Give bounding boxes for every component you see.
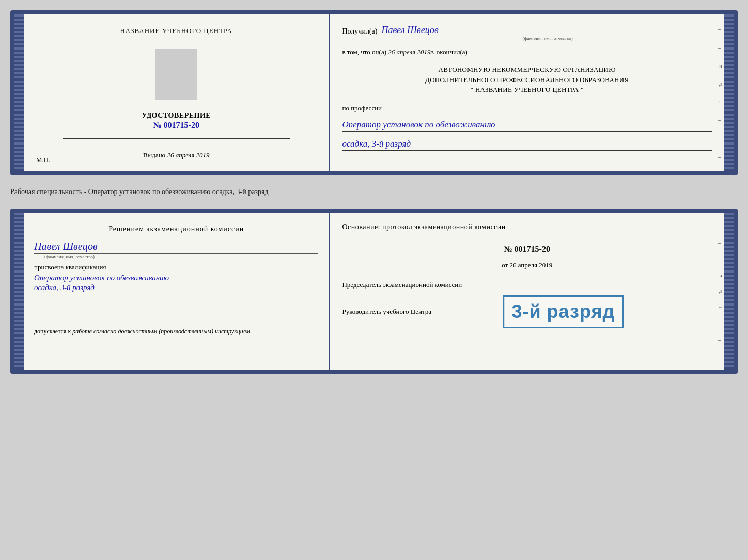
dopuskaetsya-row: допускается к работе согласно должностны… xyxy=(34,327,250,336)
bottom-document: Решением экзаменационной комиссии Павел … xyxy=(10,209,738,374)
org-block: АВТОНОМНУЮ НЕКОММЕРЧЕСКУЮ ОРГАНИЗАЦИЮ ДО… xyxy=(342,65,712,95)
vtom-date: 26 апреля 2019г. xyxy=(388,48,434,56)
stamp-text: 3-й разряд xyxy=(511,301,615,322)
bottom-doc-right: Основание: протокол экзаменационной коми… xyxy=(330,213,724,370)
vydano-label: Выдано xyxy=(143,151,165,159)
org-line1: АВТОНОМНУЮ НЕКОММЕРЧЕСКУЮ ОРГАНИЗАЦИЮ xyxy=(342,65,712,75)
ot-date-value: 26 апреля 2019 xyxy=(509,261,552,269)
udostoverenie-label: УДОСТОВЕРЕНИЕ xyxy=(142,111,211,120)
bottom-name: Павел Швецов xyxy=(34,241,318,254)
poluchil-label: Получил(а) xyxy=(342,27,377,36)
professiya-text: Оператор установок по обезвоживанию xyxy=(342,120,712,132)
spine-left xyxy=(14,14,24,171)
right-deco-bottom: – – – и ,а ← – – – xyxy=(717,213,724,370)
org-line3: " НАЗВАНИЕ УЧЕБНОГО ЦЕНТРА " xyxy=(342,85,712,95)
vtom-suffix: окончил(а) xyxy=(437,48,467,56)
dash: – xyxy=(708,25,712,34)
prisvoena-label: присвоена квалификация xyxy=(34,263,106,271)
page-wrapper: НАЗВАНИЕ УЧЕБНОГО ЦЕНТРА УДОСТОВЕРЕНИЕ №… xyxy=(10,10,738,374)
ot-date: от 26 апреля 2019 xyxy=(342,261,712,269)
poluchil-name: Павел Швецов xyxy=(381,25,438,36)
vtom-prefix: в том, что он(а) xyxy=(342,48,386,56)
center-title: НАЗВАНИЕ УЧЕБНОГО ЦЕНТРА xyxy=(120,27,232,35)
top-document: НАЗВАНИЕ УЧЕБНОГО ЦЕНТРА УДОСТОВЕРЕНИЕ №… xyxy=(10,10,738,175)
ot-prefix: от xyxy=(502,261,508,269)
top-doc-right: Получил(а) Павел Швецов – (фамилия, имя,… xyxy=(330,14,724,171)
bottom-spine-left xyxy=(14,213,24,370)
org-line2: ДОПОЛНИТЕЛЬНОГО ПРОФЕССИОНАЛЬНОГО ОБРАЗО… xyxy=(342,75,712,85)
bottom-doc-left: Решением экзаменационной комиссии Павел … xyxy=(24,213,330,370)
po-professii-label: по профессии xyxy=(342,104,712,113)
bottom-razryad: осадка, 3-й разряд xyxy=(34,283,95,292)
resheniem-title: Решением экзаменационной комиссии xyxy=(34,225,318,233)
dopuskaetsya-text: работе согласно должностным (производств… xyxy=(72,328,250,335)
right-deco: – – и ,а ← – – – xyxy=(717,14,724,171)
osnovanie-title: Основание: протокол экзаменационной коми… xyxy=(342,223,712,231)
spine-right xyxy=(724,14,734,171)
bottom-professiya: Оператор установок по обезвоживанию xyxy=(34,274,169,282)
bottom-number: № 001715-20 xyxy=(342,245,712,254)
separator-text: Рабочая специальность - Оператор установ… xyxy=(10,185,738,199)
poluchil-subtitle: (фамилия, имя, отчество) xyxy=(383,36,712,41)
vydano-line: Выдано 26 апреля 2019 xyxy=(143,151,210,159)
bottom-name-subtitle: (фамилия, имя, отчество) xyxy=(44,254,318,259)
vydano-date: 26 апреля 2019 xyxy=(167,151,209,159)
vtom-row: в том, что он(а) 26 апреля 2019г. окончи… xyxy=(342,48,712,56)
mp-text: М.П. xyxy=(36,156,50,164)
top-doc-left: НАЗВАНИЕ УЧЕБНОГО ЦЕНТРА УДОСТОВЕРЕНИЕ №… xyxy=(24,14,330,171)
photo-placeholder xyxy=(155,49,197,100)
udostoverenie-number: № 001715-20 xyxy=(153,121,199,130)
dopuskaetsya-prefix: допускается к xyxy=(34,328,71,335)
stamp: 3-й разряд xyxy=(503,295,624,328)
bottom-spine-right xyxy=(724,213,734,370)
razryad-text: осадка, 3-й разряд xyxy=(342,139,712,151)
